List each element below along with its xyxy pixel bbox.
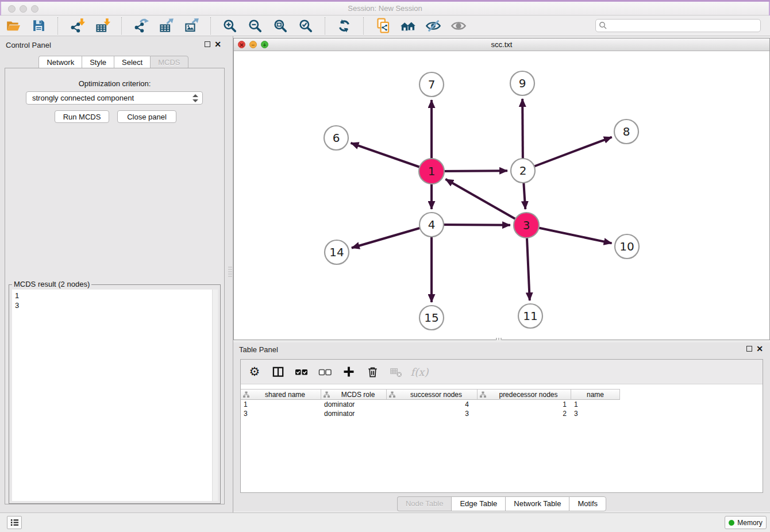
network-canvas[interactable]: 7968124314101511: [234, 51, 769, 340]
graph-node-1[interactable]: 1: [419, 159, 444, 184]
result-scrollbar[interactable]: [212, 290, 218, 501]
delete-trash-icon[interactable]: [364, 364, 380, 380]
table-panel-tabs: Node TableEdge TableNetwork TableMotifs: [233, 496, 770, 511]
float-panel-icon[interactable]: [205, 41, 210, 47]
delete-table-icon-disabled: [388, 364, 404, 380]
open-folder-icon[interactable]: [5, 17, 22, 34]
table-row[interactable]: 1dominator411: [241, 400, 763, 409]
graph-node-label: 14: [329, 245, 344, 259]
table-cell[interactable]: 1: [478, 400, 571, 409]
graph-node-10[interactable]: 10: [615, 234, 639, 259]
table-row[interactable]: 3dominator323: [241, 409, 763, 418]
export-network-icon[interactable]: [132, 17, 149, 34]
graph-node-4[interactable]: 4: [419, 213, 444, 237]
table-cell[interactable]: 1: [241, 400, 321, 409]
table-cell[interactable]: dominator: [321, 409, 387, 418]
zoom-fit-icon[interactable]: [272, 17, 289, 34]
window-titlebar: Session: New Session: [0, 0, 770, 16]
table-cell[interactable]: dominator: [321, 400, 387, 409]
graph-node-label: 15: [424, 311, 438, 325]
graph-node-9[interactable]: 9: [510, 71, 534, 95]
graph-node-3[interactable]: 3: [514, 213, 539, 238]
control-panel: Control Panel ✕ NetworkStyleSelectMCDS O…: [0, 36, 227, 512]
toolbar-separator: [363, 17, 364, 34]
optimization-criterion-select[interactable]: strongly connected component: [26, 91, 203, 105]
function-builder-icon-disabled: f(x): [411, 364, 428, 380]
vertical-splitter[interactable]: [227, 36, 233, 512]
add-column-plus-icon[interactable]: [341, 364, 357, 380]
run-mcds-button[interactable]: Run MCDS: [55, 110, 109, 123]
close-panel-icon[interactable]: ✕: [214, 40, 221, 48]
table-cell[interactable]: 1: [571, 400, 620, 409]
network-view-window: ✕ − + scc.txt 7968124314101511: [233, 38, 770, 340]
optimization-criterion-value: strongly connected component: [32, 94, 134, 102]
hide-details-eye-icon[interactable]: [425, 17, 442, 34]
network-graph: 7968124314101511: [234, 51, 769, 340]
import-network-icon[interactable]: [68, 17, 86, 34]
import-table-icon[interactable]: [94, 17, 111, 34]
close-table-panel-icon[interactable]: ✕: [756, 345, 763, 353]
close-panel-button[interactable]: Close panel: [117, 110, 176, 123]
toolbar-separator: [121, 17, 122, 34]
graph-node-14[interactable]: 14: [325, 240, 349, 264]
search-icon: [599, 21, 607, 29]
column-header-predecessor-nodes[interactable]: predecessor nodes: [478, 389, 571, 400]
table-cell[interactable]: 4: [387, 400, 478, 409]
zoom-out-icon[interactable]: [247, 17, 264, 34]
status-bar: Memory: [0, 512, 770, 532]
column-header-successor-nodes[interactable]: successor nodes: [387, 389, 478, 400]
export-image-icon[interactable]: [183, 17, 200, 34]
table-settings-gear-icon[interactable]: ⚙: [247, 364, 263, 380]
search-input[interactable]: [595, 19, 761, 32]
clone-network-icon[interactable]: [374, 17, 391, 34]
network-view-titlebar[interactable]: ✕ − + scc.txt: [234, 38, 769, 51]
graph-node-6[interactable]: 6: [324, 126, 348, 150]
table-cell[interactable]: 2: [478, 409, 571, 418]
memory-button[interactable]: Memory: [725, 516, 767, 529]
toolbar-separator: [57, 17, 58, 34]
graph-node-15[interactable]: 15: [419, 306, 444, 330]
column-header-shared-name[interactable]: shared name: [241, 389, 321, 400]
tab-network-table[interactable]: Network Table: [505, 496, 569, 511]
graph-node-label: 11: [523, 309, 537, 323]
tab-node-table[interactable]: Node Table: [397, 496, 452, 511]
graph-node-label: 2: [519, 164, 527, 178]
graph-node-8[interactable]: 8: [614, 119, 638, 144]
zoom-selected-icon[interactable]: [297, 17, 314, 34]
table-panel-title: Table Panel: [239, 345, 278, 354]
show-details-eye-icon[interactable]: [450, 17, 467, 34]
mcds-result-area[interactable]: 1 3: [12, 290, 218, 501]
graph-edge-2-8[interactable]: [523, 137, 612, 171]
tab-edge-table[interactable]: Edge Table: [451, 496, 505, 511]
select-all-icon[interactable]: [294, 364, 310, 380]
split-panel-icon[interactable]: [270, 364, 286, 380]
splitter-grip[interactable]: [228, 267, 232, 277]
deselect-all-icon[interactable]: [317, 364, 333, 380]
control-panel-title: Control Panel: [6, 41, 51, 49]
search-field: [595, 19, 761, 32]
main-toolbar: [0, 16, 770, 36]
first-neighbors-houses-icon[interactable]: [399, 17, 417, 34]
mcds-panel: Optimization criterion: strongly connect…: [5, 68, 225, 504]
table-cell[interactable]: 3: [387, 409, 478, 418]
tab-motifs[interactable]: Motifs: [569, 496, 606, 511]
graph-edge-3-1[interactable]: [445, 179, 526, 225]
column-header-name[interactable]: name: [571, 389, 620, 400]
graph-node-label: 1: [428, 164, 436, 178]
float-table-panel-icon[interactable]: [746, 346, 752, 352]
table-cell[interactable]: 3: [571, 409, 620, 418]
save-icon[interactable]: [30, 17, 47, 34]
table-cell[interactable]: 3: [241, 409, 321, 418]
graph-node-2[interactable]: 2: [511, 159, 535, 183]
refresh-icon[interactable]: [336, 17, 353, 34]
export-table-icon[interactable]: [157, 17, 175, 34]
graph-node-label: 10: [619, 240, 634, 253]
graph-node-7[interactable]: 7: [419, 72, 444, 97]
column-header-mcds-role[interactable]: MCDS role: [321, 389, 387, 400]
graph-node-label: 7: [428, 78, 436, 91]
zoom-in-icon[interactable]: [221, 17, 238, 34]
task-history-list-icon[interactable]: [7, 516, 22, 529]
view-resize-grip[interactable]: [496, 338, 502, 340]
toolbar-separator: [325, 17, 325, 34]
graph-node-11[interactable]: 11: [518, 304, 542, 328]
